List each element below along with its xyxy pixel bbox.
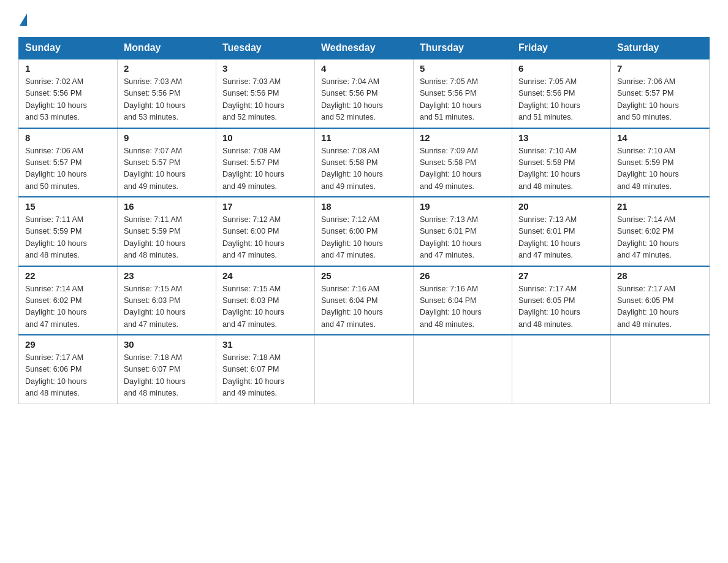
- day-info: Sunrise: 7:12 AMSunset: 6:00 PMDaylight:…: [321, 215, 383, 259]
- day-info: Sunrise: 7:15 AMSunset: 6:03 PMDaylight:…: [222, 285, 284, 329]
- column-header-thursday: Thursday: [414, 37, 512, 59]
- day-info: Sunrise: 7:14 AMSunset: 6:02 PMDaylight:…: [25, 285, 87, 329]
- day-number: 13: [518, 132, 604, 143]
- calendar-cell: 22 Sunrise: 7:14 AMSunset: 6:02 PMDaylig…: [19, 266, 118, 335]
- day-info: Sunrise: 7:10 AMSunset: 5:59 PMDaylight:…: [617, 147, 679, 191]
- day-number: 5: [420, 63, 506, 74]
- calendar-week-row: 15 Sunrise: 7:11 AMSunset: 5:59 PMDaylig…: [19, 197, 710, 266]
- day-info: Sunrise: 7:17 AMSunset: 6:06 PMDaylight:…: [25, 353, 87, 397]
- day-info: Sunrise: 7:06 AMSunset: 5:57 PMDaylight:…: [25, 147, 87, 191]
- day-info: Sunrise: 7:08 AMSunset: 5:58 PMDaylight:…: [321, 147, 383, 191]
- day-number: 29: [25, 339, 111, 350]
- day-number: 31: [222, 339, 308, 350]
- calendar-cell: 17 Sunrise: 7:12 AMSunset: 6:00 PMDaylig…: [216, 197, 315, 266]
- calendar-cell: 16 Sunrise: 7:11 AMSunset: 5:59 PMDaylig…: [118, 197, 216, 266]
- calendar-cell: 10 Sunrise: 7:08 AMSunset: 5:57 PMDaylig…: [216, 128, 315, 197]
- day-info: Sunrise: 7:14 AMSunset: 6:02 PMDaylight:…: [617, 215, 679, 259]
- day-info: Sunrise: 7:11 AMSunset: 5:59 PMDaylight:…: [25, 215, 87, 259]
- day-number: 22: [25, 270, 111, 281]
- day-info: Sunrise: 7:02 AMSunset: 5:56 PMDaylight:…: [25, 77, 87, 121]
- calendar-cell: 30 Sunrise: 7:18 AMSunset: 6:07 PMDaylig…: [118, 335, 216, 404]
- day-number: 21: [617, 201, 703, 212]
- day-info: Sunrise: 7:12 AMSunset: 6:00 PMDaylight:…: [222, 215, 284, 259]
- day-info: Sunrise: 7:18 AMSunset: 6:07 PMDaylight:…: [222, 353, 284, 397]
- day-number: 14: [617, 132, 703, 143]
- day-info: Sunrise: 7:09 AMSunset: 5:58 PMDaylight:…: [420, 147, 482, 191]
- column-header-monday: Monday: [118, 37, 216, 59]
- column-header-wednesday: Wednesday: [315, 37, 414, 59]
- calendar-header-row: SundayMondayTuesdayWednesdayThursdayFrid…: [19, 37, 710, 59]
- day-number: 27: [518, 270, 604, 281]
- calendar-week-row: 1 Sunrise: 7:02 AMSunset: 5:56 PMDayligh…: [19, 59, 710, 128]
- calendar-cell: 23 Sunrise: 7:15 AMSunset: 6:03 PMDaylig…: [118, 266, 216, 335]
- calendar-cell: [512, 335, 611, 404]
- calendar-cell: 21 Sunrise: 7:14 AMSunset: 6:02 PMDaylig…: [611, 197, 710, 266]
- day-number: 7: [617, 63, 703, 74]
- day-number: 25: [321, 270, 407, 281]
- day-number: 3: [222, 63, 308, 74]
- day-number: 17: [222, 201, 308, 212]
- day-info: Sunrise: 7:04 AMSunset: 5:56 PMDaylight:…: [321, 77, 383, 121]
- calendar-cell: 2 Sunrise: 7:03 AMSunset: 5:56 PMDayligh…: [118, 59, 216, 128]
- column-header-sunday: Sunday: [19, 37, 118, 59]
- calendar-cell: 28 Sunrise: 7:17 AMSunset: 6:05 PMDaylig…: [611, 266, 710, 335]
- calendar-cell: 18 Sunrise: 7:12 AMSunset: 6:00 PMDaylig…: [315, 197, 414, 266]
- calendar-cell: 4 Sunrise: 7:04 AMSunset: 5:56 PMDayligh…: [315, 59, 414, 128]
- day-number: 15: [25, 201, 111, 212]
- calendar-cell: [414, 335, 512, 404]
- day-number: 4: [321, 63, 407, 74]
- calendar-week-row: 8 Sunrise: 7:06 AMSunset: 5:57 PMDayligh…: [19, 128, 710, 197]
- day-number: 26: [420, 270, 506, 281]
- day-number: 23: [124, 270, 210, 281]
- day-number: 10: [222, 132, 308, 143]
- day-info: Sunrise: 7:07 AMSunset: 5:57 PMDaylight:…: [124, 147, 186, 191]
- day-number: 28: [617, 270, 703, 281]
- calendar-cell: 5 Sunrise: 7:05 AMSunset: 5:56 PMDayligh…: [414, 59, 512, 128]
- calendar-table: SundayMondayTuesdayWednesdayThursdayFrid…: [18, 37, 710, 404]
- calendar-cell: 20 Sunrise: 7:13 AMSunset: 6:01 PMDaylig…: [512, 197, 611, 266]
- calendar-cell: 24 Sunrise: 7:15 AMSunset: 6:03 PMDaylig…: [216, 266, 315, 335]
- calendar-cell: 12 Sunrise: 7:09 AMSunset: 5:58 PMDaylig…: [414, 128, 512, 197]
- calendar-cell: [315, 335, 414, 404]
- day-number: 16: [124, 201, 210, 212]
- day-number: 24: [222, 270, 308, 281]
- calendar-cell: 27 Sunrise: 7:17 AMSunset: 6:05 PMDaylig…: [512, 266, 611, 335]
- calendar-cell: 8 Sunrise: 7:06 AMSunset: 5:57 PMDayligh…: [19, 128, 118, 197]
- calendar-cell: 3 Sunrise: 7:03 AMSunset: 5:56 PMDayligh…: [216, 59, 315, 128]
- calendar-cell: 25 Sunrise: 7:16 AMSunset: 6:04 PMDaylig…: [315, 266, 414, 335]
- day-info: Sunrise: 7:05 AMSunset: 5:56 PMDaylight:…: [518, 77, 580, 121]
- logo-triangle-icon: [20, 13, 27, 26]
- day-info: Sunrise: 7:08 AMSunset: 5:57 PMDaylight:…: [222, 147, 284, 191]
- day-info: Sunrise: 7:11 AMSunset: 5:59 PMDaylight:…: [124, 215, 186, 259]
- calendar-cell: 1 Sunrise: 7:02 AMSunset: 5:56 PMDayligh…: [19, 59, 118, 128]
- calendar-week-row: 29 Sunrise: 7:17 AMSunset: 6:06 PMDaylig…: [19, 335, 710, 404]
- calendar-cell: 14 Sunrise: 7:10 AMSunset: 5:59 PMDaylig…: [611, 128, 710, 197]
- day-info: Sunrise: 7:16 AMSunset: 6:04 PMDaylight:…: [420, 285, 482, 329]
- day-number: 1: [25, 63, 111, 74]
- page-header: [18, 12, 710, 25]
- calendar-cell: 31 Sunrise: 7:18 AMSunset: 6:07 PMDaylig…: [216, 335, 315, 404]
- day-info: Sunrise: 7:13 AMSunset: 6:01 PMDaylight:…: [518, 215, 580, 259]
- calendar-cell: 7 Sunrise: 7:06 AMSunset: 5:57 PMDayligh…: [611, 59, 710, 128]
- calendar-cell: 26 Sunrise: 7:16 AMSunset: 6:04 PMDaylig…: [414, 266, 512, 335]
- day-number: 19: [420, 201, 506, 212]
- day-info: Sunrise: 7:17 AMSunset: 6:05 PMDaylight:…: [518, 285, 580, 329]
- day-number: 2: [124, 63, 210, 74]
- day-number: 18: [321, 201, 407, 212]
- column-header-tuesday: Tuesday: [216, 37, 315, 59]
- day-info: Sunrise: 7:18 AMSunset: 6:07 PMDaylight:…: [124, 353, 186, 397]
- day-info: Sunrise: 7:10 AMSunset: 5:58 PMDaylight:…: [518, 147, 580, 191]
- column-header-saturday: Saturday: [611, 37, 710, 59]
- day-number: 6: [518, 63, 604, 74]
- day-number: 30: [124, 339, 210, 350]
- calendar-cell: 19 Sunrise: 7:13 AMSunset: 6:01 PMDaylig…: [414, 197, 512, 266]
- day-number: 12: [420, 132, 506, 143]
- day-info: Sunrise: 7:17 AMSunset: 6:05 PMDaylight:…: [617, 285, 679, 329]
- day-info: Sunrise: 7:13 AMSunset: 6:01 PMDaylight:…: [420, 215, 482, 259]
- day-info: Sunrise: 7:06 AMSunset: 5:57 PMDaylight:…: [617, 77, 679, 121]
- calendar-week-row: 22 Sunrise: 7:14 AMSunset: 6:02 PMDaylig…: [19, 266, 710, 335]
- logo: [18, 12, 28, 25]
- calendar-cell: 13 Sunrise: 7:10 AMSunset: 5:58 PMDaylig…: [512, 128, 611, 197]
- day-info: Sunrise: 7:05 AMSunset: 5:56 PMDaylight:…: [420, 77, 482, 121]
- day-info: Sunrise: 7:03 AMSunset: 5:56 PMDaylight:…: [222, 77, 284, 121]
